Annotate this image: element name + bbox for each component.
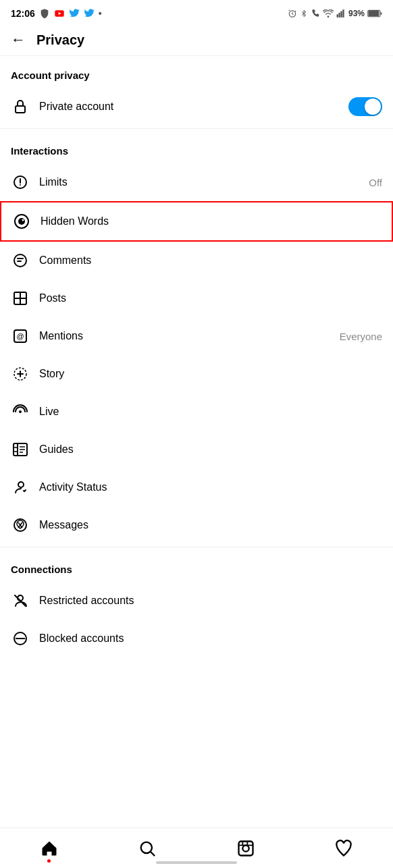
menu-item-blocked-accounts[interactable]: Blocked accounts xyxy=(0,620,393,657)
svg-point-15 xyxy=(22,219,24,221)
messages-icon xyxy=(11,516,30,535)
divider-1 xyxy=(0,128,393,129)
status-time: 12:06 xyxy=(11,8,35,19)
menu-item-activity-status[interactable]: Activity Status xyxy=(0,468,393,506)
svg-text:@: @ xyxy=(16,332,24,340)
phone-icon xyxy=(311,9,320,18)
nav-item-home[interactable] xyxy=(0,828,99,868)
divider-2 xyxy=(0,547,393,547)
svg-point-14 xyxy=(18,218,25,225)
bottom-indicator xyxy=(156,861,237,864)
menu-item-private-account[interactable]: Private account xyxy=(0,88,393,126)
heart-icon xyxy=(334,839,353,858)
menu-item-guides[interactable]: Guides xyxy=(0,431,393,468)
posts-icon xyxy=(11,289,30,308)
status-bar: 12:06 • 93% xyxy=(0,0,393,24)
back-button[interactable]: ← xyxy=(11,31,26,49)
nav-item-notifications[interactable] xyxy=(295,828,394,868)
svg-rect-4 xyxy=(338,13,340,18)
live-icon xyxy=(11,402,30,421)
section-connections-label: Connections xyxy=(0,550,393,582)
svg-rect-41 xyxy=(238,841,253,855)
lock-icon xyxy=(11,97,30,116)
home-icon xyxy=(40,839,59,858)
mentions-value: Everyone xyxy=(340,331,382,342)
signal-icon xyxy=(336,9,346,18)
mentions-label: Mentions xyxy=(39,330,340,342)
menu-item-hidden-words[interactable]: Hidden Words xyxy=(0,201,393,242)
private-account-toggle[interactable] xyxy=(348,97,382,116)
blocked-accounts-label: Blocked accounts xyxy=(39,632,382,645)
reels-icon xyxy=(236,839,255,858)
header: ← Privacy xyxy=(0,24,393,56)
menu-item-mentions[interactable]: @ Mentions Everyone xyxy=(0,317,393,355)
blocked-icon xyxy=(11,629,30,648)
activity-icon xyxy=(11,478,30,497)
bluetooth-icon xyxy=(300,9,308,18)
content: Account privacy Private account Interact… xyxy=(0,56,393,705)
menu-item-restricted-accounts[interactable]: Restricted accounts xyxy=(0,582,393,620)
section-interactions-label: Interactions xyxy=(0,132,393,163)
battery-percent: 93% xyxy=(348,9,365,18)
restricted-icon xyxy=(11,591,30,610)
comment-icon xyxy=(11,251,30,270)
svg-point-33 xyxy=(18,482,24,487)
menu-item-messages[interactable]: Messages xyxy=(0,506,393,544)
svg-rect-9 xyxy=(16,106,25,113)
page-title: Privacy xyxy=(36,32,84,48)
hidden-words-label: Hidden Words xyxy=(41,215,381,227)
youtube-icon xyxy=(54,8,65,19)
search-icon xyxy=(138,839,157,858)
menu-item-posts[interactable]: Posts xyxy=(0,279,393,317)
dot-icon: • xyxy=(99,8,102,19)
menu-item-live[interactable]: Live xyxy=(0,393,393,431)
svg-line-40 xyxy=(151,852,155,855)
comments-label: Comments xyxy=(39,254,382,267)
home-active-dot xyxy=(47,859,51,863)
alarm-icon xyxy=(288,9,297,18)
section-account-privacy-label: Account privacy xyxy=(0,56,393,88)
limits-label: Limits xyxy=(39,176,369,188)
wifi-icon xyxy=(323,9,334,18)
status-right: 93% xyxy=(288,9,382,18)
limits-icon xyxy=(11,173,30,192)
svg-point-25 xyxy=(19,410,22,413)
restricted-accounts-label: Restricted accounts xyxy=(39,595,382,607)
twitter-icon xyxy=(69,8,80,19)
menu-item-comments[interactable]: Comments xyxy=(0,242,393,279)
status-left: 12:06 • xyxy=(11,8,102,19)
activity-status-label: Activity Status xyxy=(39,481,382,493)
limits-value: Off xyxy=(369,177,382,188)
twitter2-icon xyxy=(84,8,95,19)
battery-icon xyxy=(367,9,382,18)
mention-icon: @ xyxy=(11,327,30,346)
svg-rect-3 xyxy=(337,14,338,18)
svg-rect-5 xyxy=(340,11,342,18)
svg-rect-8 xyxy=(369,11,379,16)
guides-label: Guides xyxy=(39,443,382,456)
story-label: Story xyxy=(39,368,382,380)
posts-label: Posts xyxy=(39,292,382,304)
svg-point-42 xyxy=(242,845,248,851)
svg-rect-6 xyxy=(342,9,344,18)
guides-icon xyxy=(11,440,30,459)
menu-item-limits[interactable]: Limits Off xyxy=(0,163,393,201)
story-icon xyxy=(11,364,30,383)
live-label: Live xyxy=(39,406,382,418)
private-account-label: Private account xyxy=(39,101,348,113)
messages-label: Messages xyxy=(39,519,382,531)
eye-icon xyxy=(12,212,31,231)
shield-icon xyxy=(39,8,50,19)
menu-item-story[interactable]: Story xyxy=(0,355,393,393)
svg-point-12 xyxy=(20,184,21,186)
